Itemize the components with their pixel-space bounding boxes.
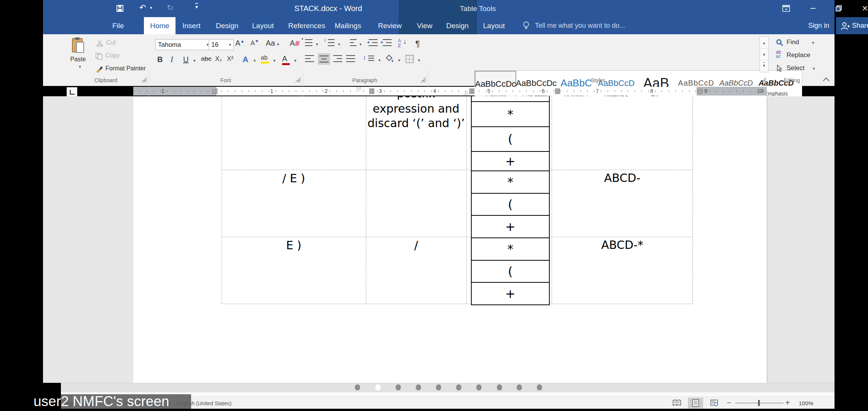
undo-dropdown[interactable]: ▾: [150, 5, 152, 10]
customize-qat-button[interactable]: ▾: [195, 3, 198, 10]
stack-table[interactable]: * ( +: [471, 170, 550, 238]
bullets-button[interactable]: •: [305, 39, 316, 46]
strikethrough-button[interactable]: abc: [201, 55, 211, 63]
styles-more-button[interactable]: ▾: [760, 60, 768, 72]
justify-button[interactable]: [346, 55, 355, 62]
stack-cell[interactable]: +: [472, 152, 549, 170]
change-case-button[interactable]: Aa▾: [266, 39, 279, 48]
shading-button[interactable]: [386, 54, 394, 63]
table-cell-text[interactable]: ABCD-: [552, 171, 693, 185]
borders-dropdown[interactable]: ▾: [418, 58, 420, 63]
sort-button[interactable]: A Z ↓: [398, 38, 401, 48]
zoom-in-button[interactable]: +: [785, 398, 790, 407]
first-line-indent-marker[interactable]: [356, 87, 362, 91]
stack-cell[interactable]: *: [472, 171, 549, 194]
select-dropdown[interactable]: ▾: [813, 66, 815, 71]
tab-home[interactable]: Home: [144, 17, 176, 34]
web-layout-button[interactable]: [707, 398, 722, 408]
find-dropdown[interactable]: ▾: [812, 40, 814, 45]
table-column-marker[interactable]: [555, 88, 560, 94]
redo-button[interactable]: ↻: [167, 3, 174, 12]
zoom-out-button[interactable]: −: [727, 398, 731, 407]
table-column-marker[interactable]: [369, 88, 374, 94]
styles-scroll-up[interactable]: ▴: [760, 37, 768, 48]
zoom-level[interactable]: 100%: [799, 400, 813, 406]
page[interactable]: postfix expression and discard ‘(’ and ‘…: [133, 96, 767, 383]
subscript-button[interactable]: X₂: [215, 55, 222, 63]
stack-cell[interactable]: *: [472, 238, 549, 261]
font-color-button[interactable]: A: [282, 54, 290, 65]
grow-font-button[interactable]: A▲: [235, 39, 244, 48]
font-size-select[interactable]: 16▾: [209, 39, 234, 50]
table-column-marker[interactable]: [212, 88, 217, 94]
numbering-button[interactable]: 1: [325, 39, 335, 46]
select-button[interactable]: Select ▾: [776, 64, 822, 74]
stack-cell[interactable]: (: [472, 127, 549, 152]
align-center-button[interactable]: [318, 53, 330, 65]
table-cell-text[interactable]: / E ): [222, 171, 366, 186]
tab-view[interactable]: View: [415, 17, 434, 34]
replace-button[interactable]: abac Replace: [776, 51, 825, 61]
paragraph-dialog-launcher[interactable]: [420, 77, 426, 82]
styles-dialog-launcher[interactable]: [761, 77, 766, 82]
table-column-marker[interactable]: [697, 88, 702, 94]
clear-formatting-button[interactable]: A: [290, 39, 299, 48]
styles-scroll-down[interactable]: ▾: [760, 48, 768, 60]
print-layout-button[interactable]: [688, 398, 703, 408]
shrink-font-button[interactable]: A▼: [251, 39, 259, 47]
format-painter-button[interactable]: Format Painter: [96, 65, 156, 75]
page-dot[interactable]: [476, 384, 482, 390]
close-button[interactable]: ✕: [856, 2, 868, 15]
tell-me-input[interactable]: Tell me what you want to do...: [535, 22, 625, 30]
undo-button[interactable]: ↶: [139, 3, 146, 12]
table-column-marker[interactable]: [469, 88, 474, 94]
copy-button[interactable]: Copy: [96, 52, 145, 62]
line-spacing-button[interactable]: ↕: [363, 54, 366, 62]
sign-in-button[interactable]: Sign in: [808, 22, 829, 30]
stack-cell[interactable]: (: [472, 261, 549, 283]
bullets-dropdown[interactable]: ▾: [316, 42, 318, 47]
table-cell-text[interactable]: expression and discard ‘(’ and ‘)’: [366, 102, 466, 131]
ribbon-display-options-button[interactable]: [778, 2, 795, 15]
stack-table[interactable]: * ( +: [471, 101, 550, 171]
page-dot[interactable]: [416, 384, 421, 390]
tab-layout[interactable]: Layout: [251, 17, 275, 34]
underline-dropdown[interactable]: ▾: [193, 58, 196, 63]
page-dot-active[interactable]: [375, 384, 381, 390]
font-dialog-launcher[interactable]: [295, 77, 300, 82]
line-spacing-dropdown[interactable]: ▾: [378, 58, 381, 63]
font-color-dropdown[interactable]: ▾: [294, 58, 297, 63]
paste-dropdown[interactable]: ▾: [79, 64, 81, 69]
tab-file[interactable]: File: [111, 17, 126, 34]
shading-dropdown[interactable]: ▾: [398, 58, 400, 63]
page-dot[interactable]: [456, 384, 461, 390]
decrease-indent-button[interactable]: ◂: [369, 39, 378, 46]
page-dot[interactable]: [537, 384, 542, 390]
align-left-button[interactable]: [305, 55, 314, 62]
table-cell-text[interactable]: ABCD-*: [552, 238, 693, 252]
stack-cell[interactable]: *: [472, 102, 549, 127]
highlight-button[interactable]: ab: [261, 54, 269, 64]
table-cell-text[interactable]: postfix: [366, 96, 466, 101]
minimize-button[interactable]: [804, 2, 821, 15]
tab-table-layout[interactable]: Layout: [482, 17, 506, 34]
highlight-dropdown[interactable]: ▾: [273, 58, 276, 63]
stack-cell[interactable]: (: [472, 194, 549, 216]
table-cell-text[interactable]: /: [366, 238, 466, 253]
zoom-slider-thumb[interactable]: [758, 400, 760, 406]
underline-button[interactable]: U: [183, 55, 188, 64]
page-dot[interactable]: [396, 384, 401, 390]
tab-review[interactable]: Review: [377, 17, 403, 34]
borders-button[interactable]: [405, 55, 414, 63]
word-table[interactable]: postfix expression and discard ‘(’ and ‘…: [222, 96, 693, 304]
page-dot[interactable]: [436, 384, 441, 390]
stack-cell[interactable]: +: [472, 283, 549, 304]
text-effects-button[interactable]: A: [243, 55, 248, 64]
tab-table-design[interactable]: Design: [445, 17, 470, 34]
numbering-dropdown[interactable]: ▾: [338, 42, 340, 47]
multilevel-list-button[interactable]: [347, 39, 357, 46]
paste-button[interactable]: Paste ▾: [65, 37, 91, 75]
align-right-button[interactable]: [333, 55, 342, 62]
page-dot[interactable]: [517, 384, 522, 390]
page-dot[interactable]: [497, 384, 502, 390]
